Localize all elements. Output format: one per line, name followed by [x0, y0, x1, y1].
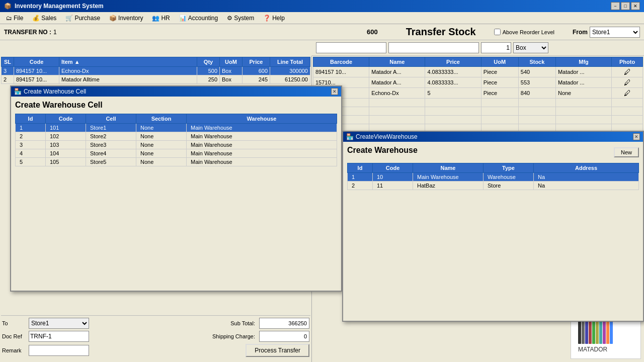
menu-inventory[interactable]: 📦 Inventory — [105, 14, 147, 23]
warehouse-cell-row[interactable]: 5 105 Store5 None Main Warehouse — [16, 158, 337, 166]
menu-accounting[interactable]: 📊 Accounting — [175, 14, 222, 23]
col-mfg: Mfg — [555, 57, 611, 67]
create-warehouse-content: Create Warehouse New Id Code Name Type A… — [343, 142, 643, 194]
menu-hr[interactable]: 👥 HR — [148, 14, 174, 23]
above-reorder-checkbox[interactable] — [494, 29, 501, 35]
warehouse-cell-row[interactable]: 4 104 Store4 None Main Warehouse — [16, 149, 337, 158]
stock-row[interactable]: 15710... Echono-Dx 5 Piece 840 None 🖊 — [313, 88, 643, 99]
subtotal-label: Sub Total: — [230, 320, 255, 326]
shipping-value: 0 — [259, 331, 309, 342]
create-warehouse-close-button[interactable]: ✕ — [633, 133, 640, 140]
name-search[interactable] — [388, 42, 479, 53]
col-line-total: Line Total — [270, 57, 310, 67]
table-row[interactable]: 3 894157 10... Echono-Dx 500 Box 600 300… — [2, 67, 310, 75]
col-name: Name — [369, 57, 425, 67]
transfer-no-label: TRANSFER NO : — [4, 29, 51, 36]
menu-file[interactable]: 🗂 File — [2, 14, 27, 23]
cell-qty: 500 — [197, 67, 220, 75]
create-warehouse-titlebar: 🏪 CreateViewWarehouse ✕ — [343, 132, 643, 142]
dialog-icon: 🏪 — [14, 88, 22, 95]
new-warehouse-button[interactable]: New — [614, 147, 639, 157]
col-price: Price — [425, 57, 481, 67]
cell-item: Echono-Dx — [59, 67, 197, 75]
menu-purchase[interactable]: 🛒 Purchase — [61, 14, 104, 23]
create-warehouse-dialog: 🏪 CreateViewWarehouse ✕ Create Warehouse… — [342, 131, 644, 322]
menu-sales[interactable]: 💰 Sales — [28, 14, 60, 23]
stock-row[interactable]: 157... — [313, 99, 643, 107]
cw-dialog-icon: 🏪 — [346, 133, 354, 140]
cell-qty: 250 — [197, 75, 220, 84]
cell-sl: 3 — [2, 67, 14, 75]
to-label: To — [2, 320, 25, 326]
titlebar-controls: − □ ✕ — [611, 2, 640, 10]
maximize-button[interactable]: □ — [621, 2, 630, 10]
create-warehouse-table: Id Code Name Type Address 1 10 Main Ware… — [347, 163, 639, 190]
warehouse-cell-row[interactable]: 1 101 Store1 None Main Warehouse — [16, 124, 337, 132]
menu-help[interactable]: ❓ Help — [259, 14, 289, 23]
cell-price: 245 — [243, 75, 270, 84]
process-transfer-button[interactable]: Process Transfer — [246, 344, 309, 357]
to-store-select[interactable]: Store1 — [29, 318, 89, 329]
col-item: Item ▲ — [59, 57, 197, 67]
minimize-button[interactable]: − — [611, 2, 620, 10]
remark-input[interactable] — [29, 345, 89, 356]
wc-col-id: Id — [16, 114, 46, 124]
cw-col-address: Address — [534, 163, 639, 173]
doc-ref-input[interactable] — [29, 331, 89, 342]
warehouse-cell-close-button[interactable]: ✕ — [331, 88, 338, 95]
col-qty: Qty — [197, 57, 220, 67]
col-photo: Photo — [612, 57, 643, 67]
cw-col-type: Type — [484, 163, 534, 173]
titlebar-left: 📦 Inventory Management System — [4, 3, 104, 10]
warehouse-cell-titlebar: 🏪 Create Warehouse Cell ✕ — [11, 86, 341, 97]
cell-sl: 2 — [2, 75, 14, 84]
dialog-title-left: 🏪 Create Warehouse Cell — [14, 88, 86, 95]
col-stock: Stock — [518, 57, 555, 67]
col-uom: UoM — [481, 57, 518, 67]
cell-uom: Box — [220, 67, 243, 75]
cell-linetotal: 300000 — [270, 67, 310, 75]
warehouse-cell-row[interactable]: 3 103 Store3 None Main Warehouse — [16, 141, 337, 149]
cw-dialog-title-left: 🏪 CreateViewWarehouse — [346, 133, 418, 140]
menu-system[interactable]: ⚙ System — [223, 14, 258, 23]
warehouse-cell-content: Create Warehouse Cell Id Code Cell Secti… — [11, 97, 341, 170]
qty-input[interactable] — [481, 42, 511, 53]
warehouse-cell-dialog: 🏪 Create Warehouse Cell ✕ Create Warehou… — [10, 85, 342, 292]
wc-col-warehouse: Warehouse — [187, 114, 337, 124]
transfer-no-value: 1 — [53, 29, 57, 36]
create-warehouse-row[interactable]: 2 11 HatBaz Store Na — [348, 182, 639, 190]
stock-row[interactable]: 157... — [313, 107, 643, 116]
create-warehouse-row[interactable]: 1 10 Main Warehouse Warehouse Na — [348, 173, 639, 182]
wc-col-code: Code — [46, 114, 86, 124]
cell-uom: Box — [220, 75, 243, 84]
cw-col-id: Id — [348, 163, 373, 173]
uom-select[interactable]: Box — [513, 42, 548, 53]
cell-code: 894157 10... — [14, 75, 59, 84]
doc-ref-label: Doc Ref — [2, 333, 25, 339]
cw-col-name: Name — [413, 163, 484, 173]
shipping-label: Shipping Charge: — [212, 333, 255, 339]
remark-label: Remark — [2, 347, 25, 353]
cw-col-code: Code — [373, 163, 413, 173]
close-button[interactable]: ✕ — [631, 2, 640, 10]
warehouse-cell-row[interactable]: 2 102 Store2 None Main Warehouse — [16, 132, 337, 141]
svg-text:MATADOR: MATADOR — [578, 346, 608, 353]
menubar: 🗂 File 💰 Sales 🛒 Purchase 📦 Inventory 👥 … — [0, 12, 644, 24]
stock-table: Barcode Name Price UoM Stock Mfg Photo 8… — [313, 57, 643, 141]
col-code: Code — [14, 57, 59, 67]
wc-col-cell: Cell — [86, 114, 136, 124]
table-row[interactable]: 2 894157 10... Matador Alltime 250 Box 2… — [2, 75, 310, 84]
cell-price: 600 — [243, 67, 270, 75]
app-icon: 📦 — [4, 3, 12, 10]
stock-row[interactable]: 157... — [313, 116, 643, 124]
cell-linetotal: 61250.00 — [270, 75, 310, 84]
price-display: 600 — [367, 28, 378, 36]
stock-row[interactable]: 894157 10... Matador A... 4.0833333... P… — [313, 67, 643, 77]
create-warehouse-heading: Create Warehouse — [347, 146, 418, 155]
barcode-search[interactable] — [316, 42, 386, 53]
stock-row[interactable]: 15710... Matador A... 4.0833333... Piece… — [313, 77, 643, 88]
from-store-select[interactable]: Store1 — [590, 27, 640, 38]
create-warehouse-title: CreateViewWarehouse — [356, 133, 418, 140]
above-reorder-label: Above Reorder Level — [503, 29, 554, 35]
app-title: Inventory Management System — [15, 3, 104, 10]
